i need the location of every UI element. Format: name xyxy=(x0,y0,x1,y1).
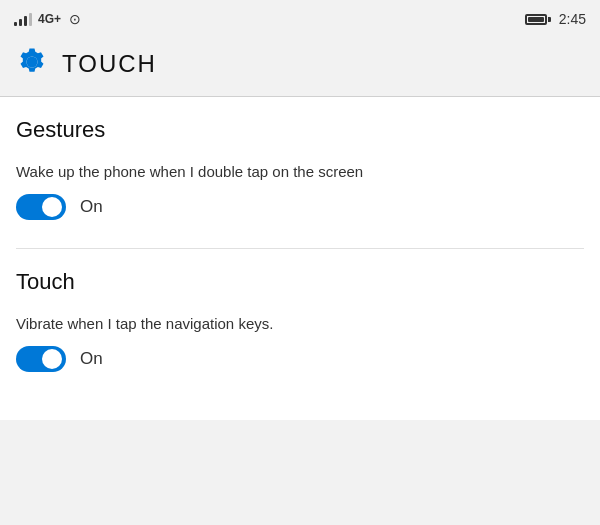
double-tap-description: Wake up the phone when I double tap on t… xyxy=(16,161,584,182)
vibrate-toggle-row: On xyxy=(16,346,584,372)
page-title: TOUCH xyxy=(62,50,157,78)
double-tap-toggle[interactable] xyxy=(16,194,66,220)
section-divider xyxy=(16,248,584,249)
page-header: TOUCH xyxy=(0,36,600,96)
double-tap-toggle-row: On xyxy=(16,194,584,220)
vibrate-toggle-label: On xyxy=(80,349,103,369)
gestures-title: Gestures xyxy=(16,117,584,143)
signal-bar-4 xyxy=(29,13,32,26)
status-left: 4G+ ⊙ xyxy=(14,11,81,27)
touch-section: Touch Vibrate when I tap the navigation … xyxy=(16,269,584,372)
battery-icon xyxy=(525,14,551,25)
battery-fill xyxy=(528,17,544,22)
main-content: Gestures Wake up the phone when I double… xyxy=(0,97,600,420)
touch-title: Touch xyxy=(16,269,584,295)
double-tap-toggle-track xyxy=(16,194,66,220)
double-tap-toggle-label: On xyxy=(80,197,103,217)
signal-bar-1 xyxy=(14,22,17,26)
status-right: 2:45 xyxy=(525,11,586,27)
battery-body xyxy=(525,14,547,25)
vibrate-toggle-track xyxy=(16,346,66,372)
vibrate-toggle-thumb xyxy=(42,349,62,369)
signal-bars-icon xyxy=(14,12,32,26)
status-time: 2:45 xyxy=(559,11,586,27)
gear-icon xyxy=(16,46,48,82)
vibrate-toggle[interactable] xyxy=(16,346,66,372)
network-type: 4G+ xyxy=(38,12,61,26)
gestures-section: Gestures Wake up the phone when I double… xyxy=(16,117,584,220)
vibrate-description: Vibrate when I tap the navigation keys. xyxy=(16,313,584,334)
hotspot-icon: ⊙ xyxy=(69,11,81,27)
signal-bar-3 xyxy=(24,16,27,26)
double-tap-toggle-thumb xyxy=(42,197,62,217)
battery-tip xyxy=(548,17,551,22)
status-bar: 4G+ ⊙ 2:45 xyxy=(0,0,600,36)
signal-bar-2 xyxy=(19,19,22,26)
